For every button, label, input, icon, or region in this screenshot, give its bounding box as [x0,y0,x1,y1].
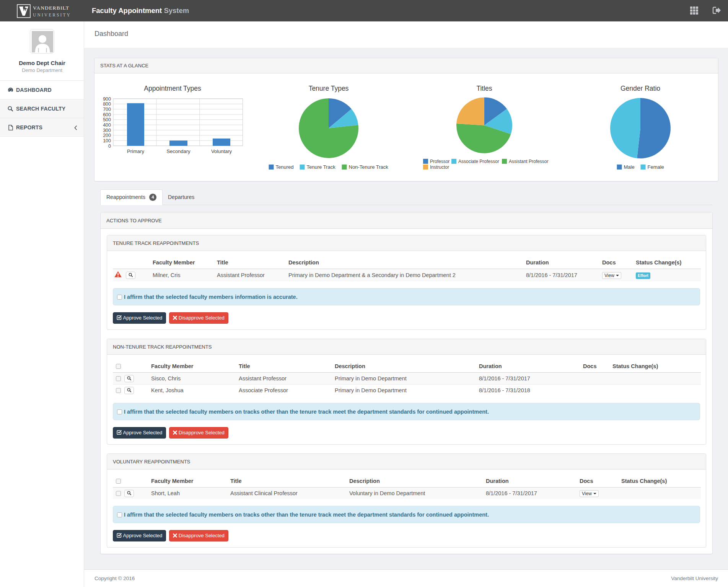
svg-text:Assistant Professor: Assistant Professor [509,159,548,164]
svg-text:Secondary: Secondary [166,148,191,154]
svg-text:800: 800 [103,101,111,107]
svg-text:600: 600 [103,112,111,117]
svg-text:Male: Male [624,164,634,170]
svg-text:Female: Female [647,164,664,170]
svg-text:Voluntary: Voluntary [211,148,232,154]
svg-text:200: 200 [103,133,111,138]
svg-text:Instructor: Instructor [430,165,449,170]
svg-text:900: 900 [103,96,111,102]
svg-text:Titles: Titles [476,85,492,92]
svg-text:Primary: Primary [127,148,144,154]
svg-text:Gender Ratio: Gender Ratio [620,85,660,92]
svg-text:Tenure Track: Tenure Track [306,164,335,170]
svg-text:300: 300 [103,128,111,133]
svg-text:Associate Professor: Associate Professor [458,159,499,164]
svg-text:400: 400 [103,122,111,128]
svg-text:700: 700 [103,107,111,112]
svg-text:0: 0 [108,143,111,149]
svg-text:Non-Tenure Track: Non-Tenure Track [349,164,388,170]
svg-text:Professor: Professor [430,159,450,164]
svg-text:100: 100 [103,138,111,143]
svg-text:Appointment Types: Appointment Types [144,85,201,92]
svg-text:Tenured: Tenured [275,164,293,170]
svg-text:500: 500 [103,117,111,122]
svg-text:Tenure Types: Tenure Types [308,85,349,92]
